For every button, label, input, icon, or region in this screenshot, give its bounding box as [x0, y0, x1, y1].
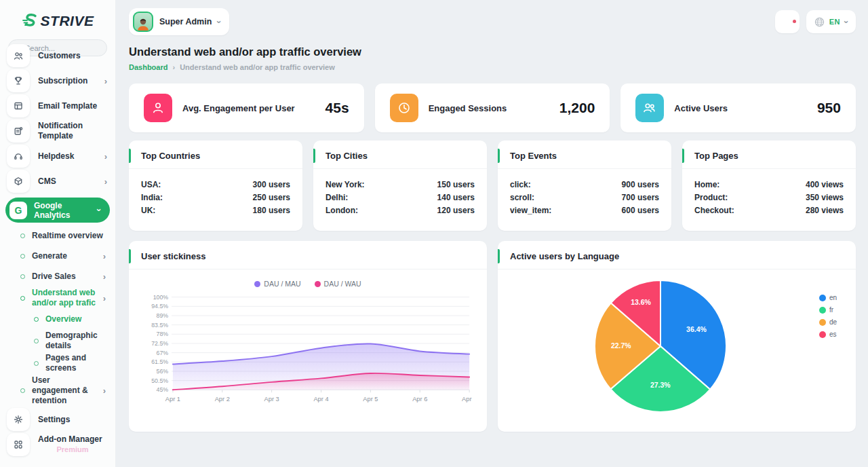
svg-text:27.3%: 27.3%	[650, 381, 671, 389]
svg-text:Apr 6: Apr 6	[412, 396, 427, 403]
sidebar-subitem-understand-web-and-or-app-trafic[interactable]: Understand web and/or app trafic	[0, 288, 115, 308]
language-selector[interactable]: EN	[806, 10, 856, 33]
pie-chart: 36.4%27.3%22.7%13.6% enfrdees	[498, 269, 856, 427]
card-title: Top Countries	[129, 141, 302, 169]
svg-text:Apr 4: Apr 4	[313, 396, 328, 403]
breadcrumb-separator: ›	[172, 63, 175, 71]
table-row: UK:180 users	[141, 204, 290, 217]
card-top-countries: Top CountriesUSA:300 usersIndia:250 user…	[129, 141, 302, 231]
subscription-icon	[7, 69, 30, 92]
row-value: 280 views	[806, 206, 844, 215]
pie-chart-legend: enfrdees	[819, 294, 837, 343]
email-template-icon	[7, 94, 30, 117]
table-row: Checkout:280 views	[694, 204, 844, 217]
sidebar-item-helpdesk[interactable]: Helpdesk	[0, 145, 115, 168]
row-label: click:	[510, 180, 531, 189]
area-chart-legend: DAU / MAUDAU / WAU	[129, 280, 487, 288]
addon-icon	[7, 433, 30, 456]
row-label: New York:	[326, 180, 365, 189]
sidebar-subitem-drive-sales[interactable]: Drive Sales	[0, 267, 115, 286]
sidebar-item-notification-template[interactable]: Notification Template	[0, 119, 115, 143]
row-value: 400 views	[806, 180, 844, 189]
stat-card-active-users: Active Users950	[620, 83, 856, 132]
svg-text:78%: 78%	[157, 331, 169, 337]
card-title: Top Pages	[682, 141, 856, 169]
row-value: 700 users	[622, 193, 659, 202]
row-value: 350 views	[806, 193, 844, 202]
sidebar-item-label: Helpdesk	[38, 151, 96, 162]
user-menu[interactable]: Super Admin	[129, 8, 229, 35]
stat-label: Active Users	[674, 103, 807, 113]
main-content: Super Admin EN Understand web a	[115, 0, 868, 467]
notification-button[interactable]	[775, 10, 800, 33]
topbar-right: EN	[775, 10, 856, 33]
sidebar-item-label: Notification Template	[38, 121, 107, 141]
sidebar-item-label: CMS	[38, 176, 96, 187]
row-label: Product:	[694, 193, 728, 202]
breadcrumb: Dashboard › Understand web and/or app tr…	[129, 63, 856, 71]
row-label: Home:	[694, 180, 719, 189]
chevron-right-icon	[103, 272, 106, 282]
svg-text:100%: 100%	[153, 294, 169, 301]
svg-text:50.5%: 50.5%	[151, 377, 168, 384]
google-analytics-icon: G	[9, 202, 27, 219]
row-label: USA:	[141, 180, 161, 189]
clock-icon	[390, 94, 418, 122]
breadcrumb-current: Understand web and/or app traffic overvi…	[180, 63, 335, 71]
premium-badge: Premium	[38, 445, 107, 455]
card-body: New York:150 usersDelhi:140 usersLondon:…	[313, 169, 487, 217]
svg-text:72.5%: 72.5%	[151, 340, 168, 347]
bullet-icon	[20, 388, 25, 393]
logo-s-icon	[22, 13, 39, 29]
card-top-cities: Top CitiesNew York:150 usersDelhi:140 us…	[313, 141, 487, 231]
legend-dot	[315, 281, 321, 287]
legend-dot	[819, 307, 826, 314]
sidebar-item-cms[interactable]: CMS	[0, 170, 115, 193]
logo-text: STRIVE	[41, 13, 94, 29]
bullet-icon	[20, 274, 25, 279]
sidebar-subitem-user-engagement-retention[interactable]: User engagement & retention	[0, 375, 115, 406]
sidebar-subitem-overview[interactable]: Overview	[0, 310, 115, 329]
sidebar-item-subscription[interactable]: Subscription	[0, 69, 115, 92]
table-row: London:120 users	[326, 204, 475, 217]
sidebar-subitem-generate[interactable]: Generate	[0, 247, 115, 265]
table-row: Home:400 views	[694, 178, 844, 191]
row-value: 300 users	[253, 180, 290, 189]
sidebar-subitem-label: Understand web and/or app trafic	[32, 288, 96, 308]
sidebar-item-label: Settings	[38, 415, 107, 425]
helpdesk-icon	[7, 145, 30, 168]
sidebar-item-add-on-manager[interactable]: Add-on ManagerPremium	[0, 433, 115, 456]
sidebar-subitem-label: Realtime overview	[32, 231, 106, 241]
card-top-pages: Top PagesHome:400 viewsProduct:350 views…	[682, 141, 856, 231]
app-root: STRIVE CustomersSubscriptionEmail Templa…	[0, 0, 868, 467]
topbar: Super Admin EN	[129, 8, 856, 35]
sidebar-subitem-realtime-overview[interactable]: Realtime overview	[0, 227, 115, 245]
svg-text:22.7%: 22.7%	[611, 341, 631, 350]
bullet-icon	[20, 254, 25, 259]
stat-value: 1,200	[559, 100, 595, 116]
bullet-icon	[20, 296, 25, 301]
legend-dot	[819, 319, 826, 326]
svg-text:56%: 56%	[157, 368, 169, 375]
legend-dot	[819, 295, 826, 301]
active-users-language-card: Active users by Language 36.4%27.3%22.7%…	[498, 241, 856, 432]
sidebar-subitem-pages-and-screens[interactable]: Pages and screens	[0, 353, 115, 373]
stat-card-avg-engagement-per-user: Avg. Engagement per User45s	[129, 83, 364, 132]
row-label: London:	[326, 206, 358, 215]
table-row: India:250 users	[141, 191, 290, 204]
sidebar-subitem-demographic-details[interactable]: Demographic details	[0, 331, 115, 351]
sidebar-item-email-template[interactable]: Email Template	[0, 94, 115, 117]
settings-icon	[7, 408, 30, 431]
sidebar-item-google-analytics[interactable]: GGoogle Analytics	[5, 198, 110, 223]
bullet-icon	[34, 361, 39, 366]
stat-value: 950	[817, 100, 841, 116]
row-label: Delhi:	[326, 193, 348, 202]
legend-dot	[254, 281, 260, 287]
row-label: Checkout:	[694, 206, 734, 215]
sidebar: STRIVE CustomersSubscriptionEmail Templa…	[0, 0, 115, 467]
users-icon	[635, 94, 664, 122]
sidebar-item-settings[interactable]: Settings	[0, 408, 115, 431]
row-value: 180 users	[253, 206, 290, 215]
svg-text:89%: 89%	[157, 312, 169, 319]
breadcrumb-dashboard-link[interactable]: Dashboard	[129, 63, 167, 71]
